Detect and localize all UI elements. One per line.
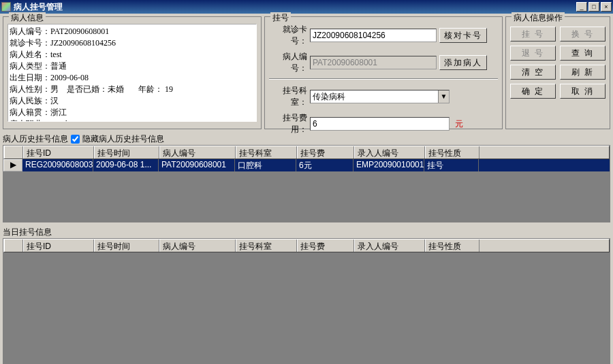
- history-section: 病人历史挂号信息 隐藏病人历史挂号信息 挂号ID 挂号时间 病人编号 挂号科室 …: [3, 133, 610, 222]
- fee-label: 挂号费用：: [269, 112, 307, 135]
- register-group: 挂号 就诊卡号： 核对卡号 病人编号： 添加病人 挂号科室： ▼ 挂号费用：: [264, 16, 503, 129]
- yuan-label: 元: [455, 118, 463, 130]
- history-col-id[interactable]: 挂号ID: [23, 146, 94, 159]
- today-col-fee[interactable]: 挂号费: [297, 239, 354, 252]
- fee-input[interactable]: [310, 117, 450, 131]
- maximize-button[interactable]: □: [588, 2, 599, 12]
- patient-info-group: 病人信息: [3, 16, 262, 129]
- history-col-fee[interactable]: 挂号费: [297, 146, 354, 159]
- add-patient-button[interactable]: 添加病人: [439, 55, 487, 70]
- today-section: 当日挂号信息 挂号ID 挂号时间 病人编号 挂号科室 挂号费 录入人编号 挂号性…: [3, 227, 610, 364]
- history-col-emp[interactable]: 录入人编号: [354, 146, 425, 159]
- cancel-button[interactable]: 取 消: [560, 84, 606, 99]
- hide-history-label: 隐藏病人历史挂号信息: [82, 133, 164, 145]
- patient-info-legend: 病人信息: [9, 12, 46, 24]
- hide-history-checkbox[interactable]: [71, 135, 80, 144]
- chevron-down-icon[interactable]: ▼: [438, 90, 449, 103]
- client-area: 病人信息 挂号 就诊卡号： 核对卡号 病人编号： 添加病人 挂号科室： ▼: [0, 14, 613, 364]
- row-indicator-icon: ▶: [3, 159, 22, 171]
- card-input[interactable]: [310, 29, 437, 42]
- patient-info-textarea[interactable]: [7, 24, 257, 122]
- register-button[interactable]: 挂 号: [510, 27, 556, 42]
- today-col-emp[interactable]: 录入人编号: [354, 239, 425, 252]
- today-col-time[interactable]: 挂号时间: [94, 239, 159, 252]
- today-col-pat[interactable]: 病人编号: [159, 239, 236, 252]
- history-grid: 挂号ID 挂号时间 病人编号 挂号科室 挂号费 录入人编号 挂号性质 ▶ REG…: [3, 145, 610, 222]
- query-button[interactable]: 查 询: [560, 46, 606, 61]
- cell-nature: 挂号: [424, 159, 479, 171]
- patno-label: 病人编号：: [269, 51, 307, 74]
- patno-input: [310, 56, 437, 69]
- table-row[interactable]: ▶ REG20090608003 2009-06-08 1... PAT2009…: [3, 159, 610, 171]
- cell-id: REG20090608003: [22, 159, 93, 171]
- refresh-button[interactable]: 刷 新: [560, 65, 606, 80]
- cell-fee: 6元: [296, 159, 353, 171]
- today-header: 挂号ID 挂号时间 病人编号 挂号科室 挂号费 录入人编号 挂号性质: [3, 239, 610, 252]
- history-col-pat[interactable]: 病人编号: [159, 146, 236, 159]
- minimize-button[interactable]: _: [576, 2, 587, 12]
- register-legend: 挂号: [270, 12, 291, 24]
- today-rowhead: [4, 239, 23, 252]
- history-col-time[interactable]: 挂号时间: [94, 146, 159, 159]
- title-bar: 病人挂号管理 _ □ ×: [0, 0, 613, 14]
- app-icon: [1, 2, 11, 12]
- return-button[interactable]: 退 号: [510, 46, 556, 61]
- history-rowhead: [4, 146, 23, 159]
- ok-button[interactable]: 确 定: [510, 84, 556, 99]
- change-button[interactable]: 换 号: [560, 27, 606, 42]
- ops-group: 病人信息操作 挂 号 换 号 退 号 查 询 清 空 刷 新 确 定 取 消: [505, 16, 610, 129]
- verify-card-button[interactable]: 核对卡号: [439, 28, 487, 43]
- today-grid: 挂号ID 挂号时间 病人编号 挂号科室 挂号费 录入人编号 挂号性质: [3, 238, 610, 364]
- history-col-dept[interactable]: 挂号科室: [236, 146, 297, 159]
- card-label: 就诊卡号：: [269, 24, 307, 47]
- cell-dept: 口腔科: [235, 159, 296, 171]
- dept-label: 挂号科室：: [269, 85, 307, 108]
- clear-button[interactable]: 清 空: [510, 65, 556, 80]
- dept-combo[interactable]: ▼: [310, 90, 450, 103]
- dept-combo-input[interactable]: [311, 90, 438, 103]
- cell-emp: EMP20090010001: [353, 159, 424, 171]
- history-col-nature[interactable]: 挂号性质: [425, 146, 480, 159]
- window-title: 病人挂号管理: [14, 1, 575, 13]
- today-legend: 当日挂号信息: [3, 227, 610, 238]
- register-separator: [269, 78, 498, 80]
- close-button[interactable]: ×: [601, 2, 612, 12]
- today-col-id[interactable]: 挂号ID: [23, 239, 94, 252]
- ops-legend: 病人信息操作: [512, 12, 565, 24]
- today-col-nature[interactable]: 挂号性质: [425, 239, 480, 252]
- history-header: 挂号ID 挂号时间 病人编号 挂号科室 挂号费 录入人编号 挂号性质: [3, 146, 610, 159]
- cell-time: 2009-06-08 1...: [93, 159, 159, 171]
- today-col-dept[interactable]: 挂号科室: [236, 239, 297, 252]
- history-legend: 病人历史挂号信息: [3, 133, 68, 145]
- cell-pat: PAT20090608001: [159, 159, 235, 171]
- history-body: ▶ REG20090608003 2009-06-08 1... PAT2009…: [3, 159, 610, 171]
